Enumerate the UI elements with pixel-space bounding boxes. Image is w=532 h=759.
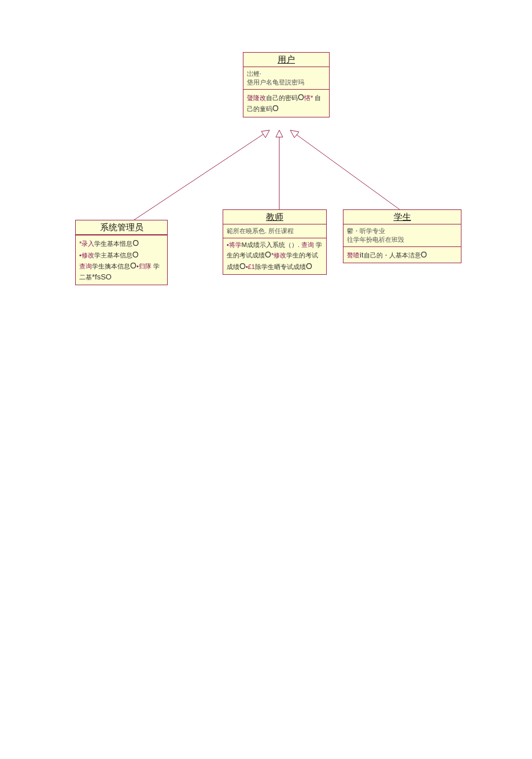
class-user-ops: 聲隆改自己的密码O悋* 自己的童码O — [243, 90, 329, 117]
op-text: 学生擒本信息 — [92, 263, 130, 270]
class-admin: 系统管理员 *录入学生基本惜息O •修改学主基本信息O 查询学生擒本信息O•归隊… — [75, 220, 168, 285]
op-text: 查询 — [79, 263, 92, 270]
op-text: •归隊 — [136, 263, 152, 270]
class-student-attrs: 鬱・听学专业 往学年扮电祈在班毁 — [343, 224, 461, 247]
op-text: •£1 — [246, 263, 255, 270]
op-text: 查询 — [301, 241, 314, 248]
op-text: 学主基本信息 — [94, 252, 132, 259]
svg-line-4 — [290, 130, 402, 211]
op-text: 聲隆改 — [247, 94, 266, 101]
op-text: *修改 — [271, 252, 286, 259]
op-zero: O — [130, 261, 136, 270]
class-teacher: 教师 範所在曉系色. 所任课程 •将学M成绩示入系统（）. 查询 学生的考试成绩… — [223, 209, 327, 275]
op-zero: O — [306, 261, 312, 271]
op-zero: O — [421, 250, 427, 259]
class-user-title: 用户 — [243, 53, 329, 67]
class-student: 学生 鬱・听学专业 往学年扮电祈在班毁 聱喳it自己的・人基本洁意O — [343, 209, 461, 263]
op-text: 悋* — [304, 94, 313, 101]
class-admin-ops: *录入学生基本惜息O •修改学主基本信息O 查询学生擒本信息O•归隊 学二基*f… — [76, 235, 167, 285]
diagram-canvas: 用户 岀鲣· 垡用户名龟登説密玛 聲隆改自己的密码O悋* 自己的童码O 系统管理… — [0, 0, 532, 759]
svg-marker-5 — [290, 130, 299, 138]
class-student-ops: 聱喳it自己的・人基本洁意O — [343, 247, 461, 263]
svg-line-0 — [131, 130, 269, 222]
op-text: 除学生晒专试成绩 — [255, 263, 306, 270]
svg-marker-1 — [261, 130, 269, 138]
op-zero: O — [265, 250, 271, 259]
op-text: 自己的・人基本洁意 — [364, 252, 421, 259]
op-text: 学生基本惜息 — [94, 240, 132, 247]
op-text: 聱喳 — [347, 252, 360, 259]
op-zero: O — [298, 93, 304, 102]
class-user: 用户 岀鲣· 垡用户名龟登説密玛 聲隆改自己的密码O悋* 自己的童码O — [243, 52, 330, 117]
op-zero: O — [272, 104, 279, 113]
op-text: 自己的密码 — [266, 94, 298, 101]
class-teacher-title: 教师 — [223, 210, 326, 224]
class-user-attrs: 岀鲣· 垡用户名龟登説密玛 — [243, 67, 329, 90]
class-admin-title: 系统管理员 — [76, 220, 167, 235]
class-teacher-ops: •将学M成绩示入系统（）. 查询 学生的考试成绩O*修改学生的考试成绩O•£1除… — [223, 238, 326, 275]
op-zero: O — [239, 261, 246, 271]
class-student-title: 学生 — [343, 210, 461, 224]
op-zero: O — [132, 238, 139, 248]
op-text: *录入 — [79, 240, 94, 247]
op-text: •修改 — [79, 252, 94, 259]
op-text: •将学 — [227, 241, 242, 248]
op-text: *fsSO — [92, 272, 112, 281]
svg-marker-3 — [276, 130, 283, 137]
op-zero: O — [132, 250, 139, 259]
op-text: M成绩示入系统（）. — [242, 241, 301, 248]
class-teacher-attrs: 範所在曉系色. 所任课程 — [223, 224, 326, 238]
